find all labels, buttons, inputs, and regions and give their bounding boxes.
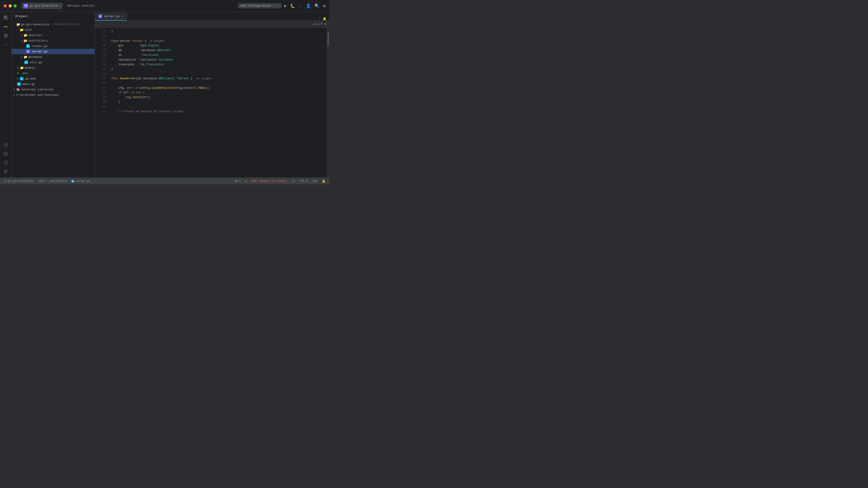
project-view-icon[interactable]: [2, 13, 10, 22]
more-tabs-icon[interactable]: ⋮: [318, 17, 321, 21]
line-num-21: 21: [95, 58, 106, 62]
tree-item-label: routes.go: [32, 44, 48, 48]
title-bar: GB go-gin-bookstore ▾ Version control ▾ …: [0, 0, 329, 12]
code-content[interactable]: ) type Server struct { 8 usages: [110, 28, 327, 177]
editor-info-bar: ⚠ 1 ▲ ▼ ⊕: [95, 21, 329, 28]
breadcrumb-root[interactable]: go-gin-bookstore: [8, 180, 34, 183]
svg-point-16: [6, 170, 7, 171]
tree-item-controllers[interactable]: ▾ 📂 controllers: [12, 38, 95, 43]
code-line-20: s3 * s3 . Client: [110, 53, 327, 58]
minimize-button[interactable]: [8, 4, 12, 7]
scrollbar[interactable]: [327, 28, 329, 177]
tab-close-icon[interactable]: ✕: [122, 15, 123, 18]
status-right: 16:1 ⊙ AWS: Unable to connect LF UTF-8 T…: [234, 179, 326, 183]
svg-rect-6: [4, 36, 6, 37]
tree-item-label: Scratches and Consoles: [20, 93, 59, 97]
svg-rect-0: [4, 16, 6, 18]
line-num-28: 28: [95, 90, 106, 95]
settings-icon[interactable]: ⚙: [323, 3, 326, 8]
tree-item-scratches[interactable]: ▶ ≡ Scratches and Consoles: [12, 92, 95, 98]
tree-item-env[interactable]: ≡ .env: [12, 70, 95, 76]
add-configuration-button[interactable]: Add Configuration... ▾: [238, 3, 282, 8]
code-line-30: }: [110, 100, 327, 105]
tree-item-label: models: [25, 66, 35, 70]
tab-server-go[interactable]: go server.go ✕: [95, 12, 127, 21]
search-icon[interactable]: 🔍: [314, 3, 319, 8]
tree-item-server-go[interactable]: go server.go: [12, 49, 95, 54]
notifications-icon[interactable]: 🔔: [323, 17, 327, 21]
breadcrumb-core[interactable]: core: [38, 180, 45, 183]
code-line-32: // Create an Amazon S3 service client: [110, 109, 327, 114]
aws-status[interactable]: AWS: Unable to connect: [252, 180, 287, 183]
plugins-icon[interactable]: [2, 32, 10, 40]
chevron-right-icon: ▶: [13, 88, 15, 91]
jetbrains-ai-icon[interactable]: ⊕: [324, 22, 327, 26]
nav-up-icon[interactable]: ▲: [318, 22, 320, 26]
code-editor[interactable]: 15 16 17 18 19 20 21 22 23 24 25 26 27 2…: [95, 28, 329, 177]
main-layout: aws ⋯: [0, 12, 329, 177]
indent-style[interactable]: Tab: [312, 180, 317, 183]
breadcrumb-file[interactable]: server.go: [75, 180, 90, 183]
chevron-right-icon: ▶: [21, 34, 22, 37]
tree-item-root[interactable]: ▾ 📁 go-gin-bookstore ~/GolandProjects/g: [12, 22, 95, 27]
project-selector[interactable]: GB go-gin-bookstore ▾: [21, 3, 63, 9]
tree-item-routes-go[interactable]: go routes.go: [12, 43, 95, 49]
aws-icon[interactable]: aws: [2, 23, 10, 31]
encoding[interactable]: UTF-8: [300, 180, 308, 183]
tree-item-main-go[interactable]: go main.go: [12, 81, 95, 87]
code-line-26: [110, 81, 327, 86]
close-button[interactable]: [4, 4, 7, 7]
version-control-selector[interactable]: Version control ▾: [65, 3, 98, 8]
lock-icon[interactable]: 🔓: [322, 179, 326, 183]
title-actions: ▶ 🐛 ⋮ 👤 🔍 ⚙: [284, 3, 326, 8]
chevron-down-icon: ▾: [13, 23, 15, 26]
mod-file-icon: go: [20, 77, 24, 80]
folder-icon: 📁: [24, 55, 27, 59]
warning-badge[interactable]: ⚠ 1: [312, 22, 316, 26]
problems-icon[interactable]: [2, 159, 10, 167]
tree-item-util-go[interactable]: go util.go: [12, 60, 95, 65]
tab-label: server.go: [104, 15, 120, 18]
tab-bar: go server.go ✕ ⋮ 🔔: [95, 12, 329, 21]
breadcrumb-controllers[interactable]: controllers: [49, 180, 67, 183]
tab-actions: ⋮ 🔔: [315, 17, 329, 21]
chevron-down-icon: ▾: [94, 4, 96, 7]
run-icon[interactable]: ▶: [284, 4, 287, 8]
scrollbar-thumb[interactable]: [328, 32, 329, 46]
more-tools-icon[interactable]: ⋯: [2, 41, 10, 49]
debug-icon[interactable]: 🐛: [290, 3, 295, 8]
tree-item-database[interactable]: ▶ 📁 database: [12, 54, 95, 60]
tree-item-core[interactable]: ▾ 📂 core: [12, 27, 95, 33]
line-num-27: 27: [95, 86, 106, 91]
go-file-breadcrumb-icon: go: [71, 180, 74, 183]
profile-icon[interactable]: 👤: [306, 3, 311, 8]
chevron-down-icon: ▾: [277, 4, 279, 7]
tree-item-label: abstract: [28, 34, 42, 37]
line-num-17: 17: [95, 39, 106, 43]
run-panel-icon[interactable]: [2, 140, 10, 149]
svg-point-14: [6, 163, 6, 164]
tree-item-abstract[interactable]: ▶ 📁 abstract: [12, 33, 95, 38]
vcs-icon[interactable]: [2, 168, 10, 176]
go-file-icon: go: [17, 82, 21, 86]
maximize-button[interactable]: [13, 4, 17, 7]
tree-item-go-mod[interactable]: ▶ go go.mod: [12, 76, 95, 81]
line-num-26: 26: [95, 81, 106, 86]
more-options-icon[interactable]: ⋮: [299, 4, 302, 8]
terminal-icon[interactable]: [2, 150, 10, 158]
line-num-15: 15: [95, 29, 106, 34]
tree-item-label: server.go: [32, 50, 48, 53]
tree-item-external-libraries[interactable]: ▶ 📚 External Libraries: [12, 87, 95, 92]
go-file-icon: go: [24, 61, 28, 64]
go-file-icon: go: [26, 44, 30, 48]
tree-item-models[interactable]: ▶ 📁 models: [12, 65, 95, 70]
svg-rect-4: [4, 34, 6, 35]
cursor-position[interactable]: 16:1: [234, 180, 241, 183]
svg-rect-3: [6, 18, 8, 20]
breadcrumb: ⎇ go-gin-bookstore › core › controllers …: [4, 180, 90, 183]
line-ending[interactable]: LF: [292, 180, 295, 183]
folder-icon: 📁: [24, 33, 27, 37]
line-num-22: 22: [95, 62, 106, 67]
nav-down-icon[interactable]: ▼: [321, 22, 322, 26]
svg-point-17: [4, 172, 5, 173]
